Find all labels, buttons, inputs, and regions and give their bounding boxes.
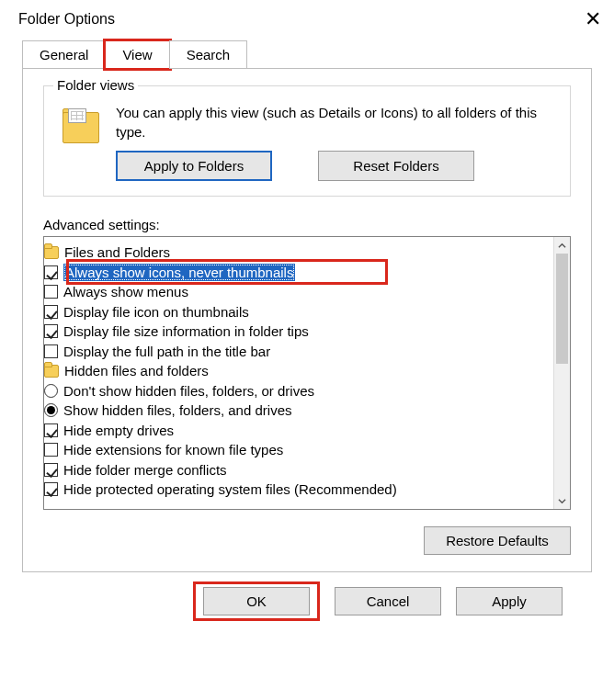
option-label: Display file size information in folder … <box>63 322 309 341</box>
option-label: Don't show hidden files, folders, or dri… <box>63 382 314 401</box>
folder-views-legend: Folder views <box>53 77 138 93</box>
close-icon[interactable]: ✕ <box>585 9 601 29</box>
checkbox-icon[interactable] <box>44 265 58 279</box>
tab-strip: General View Search <box>22 40 592 69</box>
option-label: Hide protected operating system files (R… <box>63 480 397 499</box>
option-label: Always show menus <box>63 283 188 301</box>
option-hide-empty-drives[interactable]: Hide empty drives <box>44 421 553 441</box>
option-label: Show hidden files, folders, and drives <box>63 401 291 420</box>
tree-label: Hidden files and folders <box>64 362 209 380</box>
option-hide-protected-os[interactable]: Hide protected operating system files (R… <box>44 480 553 500</box>
checkbox-icon[interactable] <box>44 423 58 437</box>
option-hide-folder-merge[interactable]: Hide folder merge conflicts <box>44 460 553 480</box>
tree-node-hidden-files: Hidden files and folders <box>44 361 553 381</box>
option-dont-show-hidden[interactable]: Don't show hidden files, folders, or dri… <box>44 381 553 401</box>
reset-folders-button[interactable]: Reset Folders <box>318 151 474 181</box>
checkbox-icon[interactable] <box>44 344 58 358</box>
tab-panel-view: Folder views You can apply this view (su… <box>22 68 592 572</box>
checkbox-icon[interactable] <box>44 443 58 457</box>
advanced-settings-items: Files and Folders Always show icons, nev… <box>44 237 553 509</box>
folder-views-group: Folder views You can apply this view (su… <box>43 85 571 197</box>
option-label: Hide extensions for known file types <box>63 441 283 459</box>
option-show-hidden[interactable]: Show hidden files, folders, and drives <box>44 401 553 421</box>
option-display-file-size[interactable]: Display file size information in folder … <box>44 322 553 342</box>
restore-defaults-button[interactable]: Restore Defaults <box>424 526 571 555</box>
advanced-settings-label: Advanced settings: <box>43 217 571 232</box>
titlebar: Folder Options ✕ <box>0 0 614 37</box>
folder-options-icon <box>59 107 103 147</box>
tab-general[interactable]: General <box>22 40 106 69</box>
folder-views-description: You can apply this view (such as Details… <box>116 103 555 141</box>
option-label: Display file icon on thumbnails <box>63 303 249 322</box>
tree-label: Files and Folders <box>64 243 170 262</box>
scrollbar-thumb[interactable] <box>556 254 568 364</box>
option-always-show-menus[interactable]: Always show menus <box>44 282 553 302</box>
folder-icon <box>44 246 59 259</box>
option-always-show-icons[interactable]: Always show icons, never thumbnails <box>44 263 553 283</box>
tab-search[interactable]: Search <box>169 40 248 69</box>
scroll-down-icon[interactable] <box>554 492 570 509</box>
radio-icon[interactable] <box>44 384 58 398</box>
folder-icon <box>44 365 59 378</box>
advanced-settings-list: Files and Folders Always show icons, nev… <box>43 236 571 510</box>
option-label: Hide empty drives <box>63 422 174 440</box>
checkbox-icon[interactable] <box>44 324 58 338</box>
option-label: Always show icons, never thumbnails <box>63 264 295 282</box>
option-label: Hide folder merge conflicts <box>63 461 227 480</box>
ok-button[interactable]: OK <box>203 587 310 615</box>
scroll-up-icon[interactable] <box>554 237 570 254</box>
option-hide-extensions[interactable]: Hide extensions for known file types <box>44 440 553 460</box>
scrollbar[interactable] <box>553 237 570 509</box>
option-display-file-icon[interactable]: Display file icon on thumbnails <box>44 302 553 322</box>
radio-icon[interactable] <box>44 403 58 417</box>
cancel-button[interactable]: Cancel <box>335 587 441 615</box>
checkbox-icon[interactable] <box>44 482 58 496</box>
checkbox-icon[interactable] <box>44 285 58 299</box>
apply-button[interactable]: Apply <box>456 587 563 615</box>
checkbox-icon[interactable] <box>44 305 58 319</box>
option-label: Display the full path in the title bar <box>63 343 270 361</box>
tab-view[interactable]: View <box>105 40 169 69</box>
dialog-action-row: OK Cancel Apply <box>22 572 592 615</box>
checkbox-icon[interactable] <box>44 463 58 477</box>
option-display-full-path[interactable]: Display the full path in the title bar <box>44 342 553 362</box>
tree-node-files-and-folders: Files and Folders <box>44 243 553 263</box>
scrollbar-track[interactable] <box>554 254 570 492</box>
apply-to-folders-button[interactable]: Apply to Folders <box>116 151 272 181</box>
window-title: Folder Options <box>18 11 115 28</box>
dialog-content: General View Search Folder views You can… <box>0 40 614 632</box>
